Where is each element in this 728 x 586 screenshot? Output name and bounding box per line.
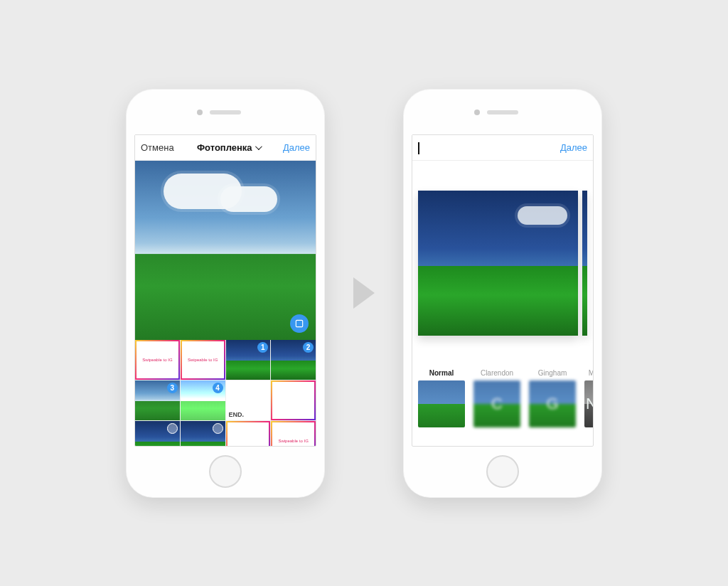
phone-left: Отмена Фотопленка Далее Swipeable to [126, 89, 325, 498]
thumb-caption: Swipeable to IG [142, 358, 172, 362]
landscape-image [135, 161, 316, 340]
filter-swatch [418, 380, 465, 427]
grid-thumb[interactable]: Swipeable to IG [271, 421, 316, 446]
grid-thumb[interactable]: 1 [226, 340, 271, 380]
phone-camera [197, 110, 203, 115]
screen-filters: Далее NormalClarendonCGinghamGMN [412, 134, 594, 447]
grid-thumb[interactable]: END. [226, 380, 271, 420]
filter-label: Normal [429, 369, 454, 377]
chevron-down-icon [255, 143, 262, 150]
grid-thumb[interactable]: 3 [135, 380, 180, 420]
nav-bar: Отмена Фотопленка Далее [135, 135, 316, 161]
filter-m[interactable]: MN [584, 369, 593, 439]
next-button[interactable]: Далее [560, 142, 587, 153]
photo-grid: Swipeable to IG Swipeable to IG 1 2 3 [135, 340, 316, 446]
grid-thumb[interactable]: 2 [271, 340, 316, 380]
selection-badge-empty [257, 383, 268, 393]
filter-gingham[interactable]: GinghamG [529, 369, 576, 439]
thumb-caption: END. [229, 411, 245, 418]
home-button[interactable] [209, 455, 242, 488]
album-dropdown[interactable]: Фотопленка [197, 142, 260, 153]
grid-thumb[interactable] [226, 421, 271, 446]
svg-rect-0 [296, 320, 302, 326]
arrow-right-icon [353, 277, 375, 309]
thumb-caption: Swipeable to IG [188, 358, 218, 362]
grid-thumb[interactable] [135, 421, 180, 446]
grid-thumb[interactable]: Swipeable to IG [181, 340, 225, 380]
selection-badge: 2 [303, 342, 314, 353]
chevron-left-icon [418, 142, 419, 154]
selection-badge: 3 [167, 383, 178, 393]
filter-swatch: G [529, 380, 576, 427]
selection-badge-empty [213, 423, 223, 434]
expand-icon [294, 319, 304, 329]
filter-label: Gingham [538, 369, 567, 377]
filter-clarendon[interactable]: ClarendonC [473, 369, 520, 439]
selection-badge-empty [303, 383, 314, 393]
cancel-button[interactable]: Отмена [141, 142, 174, 153]
selection-badge-empty [167, 423, 178, 434]
landscape-image [418, 191, 578, 336]
filter-swatch: N [584, 380, 593, 427]
screen-gallery: Отмена Фотопленка Далее Swipeable to [134, 134, 316, 447]
grid-thumb[interactable]: Swipeable to IG [135, 340, 180, 380]
filter-normal[interactable]: Normal [418, 369, 465, 439]
phone-speaker [210, 110, 241, 114]
filter-swatch: C [473, 380, 520, 427]
nav-bar: Далее [412, 135, 593, 161]
filter-label: M [589, 369, 593, 377]
phone-right: Далее NormalClarendonCGinghamGMN [403, 89, 602, 498]
expand-crop-button[interactable] [290, 314, 309, 333]
home-button[interactable] [486, 455, 519, 488]
filter-label: Clarendon [481, 369, 513, 377]
album-title: Фотопленка [197, 142, 252, 153]
next-button[interactable]: Далее [283, 142, 310, 153]
filter-strip[interactable]: NormalClarendonCGinghamGMN [412, 366, 593, 446]
carousel-slide[interactable] [418, 191, 578, 336]
selection-badge: 4 [213, 383, 223, 393]
thumb-caption: Swipeable to IG [278, 439, 308, 443]
grid-thumb[interactable]: 4 [181, 380, 225, 420]
carousel-slide-next[interactable] [582, 191, 587, 336]
carousel[interactable] [412, 161, 593, 366]
phone-camera [474, 110, 480, 115]
selection-badge: 1 [257, 342, 268, 353]
grid-thumb[interactable] [271, 380, 316, 420]
back-button[interactable] [418, 142, 419, 153]
grid-thumb[interactable] [181, 421, 225, 446]
phone-speaker [487, 110, 518, 114]
photo-preview[interactable] [135, 161, 316, 340]
